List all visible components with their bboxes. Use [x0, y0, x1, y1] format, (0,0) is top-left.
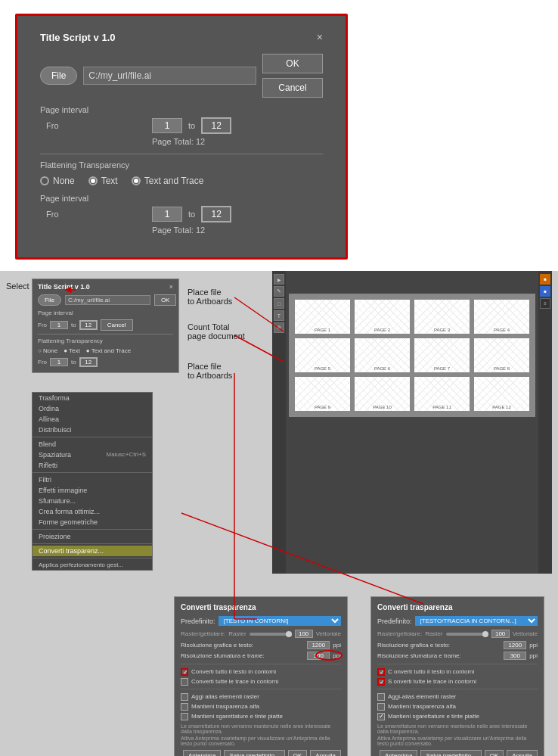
convert2-check4-box[interactable] — [377, 703, 385, 711]
convert1-raster-row: Raster/gettolare: Raster Vettoriale — [181, 630, 341, 638]
menu-sfumature[interactable]: Sfumature... — [33, 496, 152, 506]
color-swatch-blue[interactable]: ■ — [540, 286, 550, 297]
dialog-title: Title Script v 1.0 — [40, 32, 115, 43]
convert2-save-btn[interactable]: Salva predefinito... — [420, 750, 481, 756]
small-divider — [38, 334, 173, 334]
small-file-btn[interactable]: File — [38, 294, 61, 306]
from2-label: Fro — [40, 210, 146, 219]
convert1-check5-label: Mantieni sgarettature e tinte piatte — [191, 713, 283, 720]
to-input[interactable] — [201, 117, 231, 134]
menu-forme[interactable]: Forme geometriche — [33, 517, 152, 527]
convert2-vector-label: Vettoriale — [513, 630, 538, 637]
small-radio-text-trace[interactable]: ● Text and Trace — [86, 347, 131, 354]
convert2-check4-label: Mantieni trasparenza alfa — [388, 703, 456, 710]
convert1-preset-select[interactable]: [TESTO IN CONTORNI] — [219, 616, 341, 626]
convert1-check1-box[interactable] — [181, 668, 188, 676]
small-dialog-close[interactable]: × — [169, 283, 173, 291]
convert1-slider-track[interactable] — [250, 633, 292, 636]
small-from2-input[interactable] — [50, 358, 68, 366]
tool-rect[interactable]: □ — [274, 298, 284, 309]
small-radio-text[interactable]: ● Text — [64, 347, 80, 354]
radio-none[interactable]: None — [40, 176, 75, 186]
convert2-check5-box[interactable] — [377, 713, 385, 720]
tool-select[interactable]: ▶ — [274, 274, 284, 285]
convert2-res2-input[interactable] — [504, 652, 526, 660]
convert1-preset-label: Predefinito: — [181, 618, 215, 625]
ok-cancel-buttons: OK Cancel — [262, 54, 323, 98]
small-range2-row: Fro to — [38, 357, 173, 367]
convert1-res-unit: ppi — [333, 642, 341, 649]
convert1-preview-btn[interactable]: Anteprima — [183, 750, 221, 756]
small-ok-btn[interactable]: OK — [154, 294, 177, 306]
from-input[interactable] — [152, 118, 182, 133]
file-path-input[interactable] — [83, 67, 256, 85]
cancel-button[interactable]: Cancel — [262, 78, 323, 98]
convert2-res1-row: Risoluzione grafica e testo: ppi — [377, 641, 538, 649]
small-to2-input[interactable] — [79, 357, 98, 367]
panel-btn1[interactable]: ≡ — [540, 298, 550, 309]
menu-proiezione[interactable]: Proiezione — [33, 531, 152, 542]
file-button[interactable]: File — [40, 67, 77, 85]
convert2-slider-track[interactable] — [446, 633, 488, 636]
convert2-res-label: Risoluzione grafica e testo: — [377, 642, 501, 649]
tool-pen[interactable]: ✎ — [274, 286, 284, 297]
menu-trasforma[interactable]: Trasforma — [33, 393, 152, 403]
convert2-preset-select[interactable]: [TESTO/TRACCIA IN CONTORN...] — [415, 616, 538, 626]
convert2-check3-box[interactable] — [377, 693, 385, 701]
menu-allinea[interactable]: Allinea — [33, 414, 152, 425]
convert2-check1-box[interactable] — [377, 668, 385, 676]
convert2-cancel-btn[interactable]: Annulla — [507, 750, 538, 756]
tool-type[interactable]: T — [274, 310, 284, 321]
convert1-check2-box[interactable] — [181, 678, 188, 686]
radio-text-trace[interactable]: Text and Trace — [132, 176, 204, 186]
small-radio-row: ○ None ● Text ● Text and Trace — [38, 347, 173, 354]
flattening-radio-row: None Text Text and Trace — [40, 176, 323, 186]
convert2-preview-btn[interactable]: Anteprima — [380, 750, 417, 756]
convert1-ok-btn[interactable]: OK — [288, 750, 308, 756]
convert1-check4-box[interactable] — [181, 703, 188, 711]
ok-button[interactable]: OK — [262, 54, 323, 73]
small-file-path[interactable] — [65, 295, 150, 305]
convert1-res2-input[interactable] — [307, 652, 330, 660]
small-dialog-file-row: File OK — [38, 294, 173, 306]
convert2-check2-box[interactable] — [377, 678, 385, 686]
convert2-slider-value[interactable] — [491, 630, 510, 638]
convert1-cancel-btn[interactable]: Annulla — [310, 750, 341, 756]
menu-blend[interactable]: Blend — [33, 439, 152, 450]
small-to2-label: to — [71, 359, 76, 366]
menu-converti[interactable]: Converti trasparenz... — [33, 546, 152, 556]
small-radio-none[interactable]: ○ None — [38, 347, 57, 354]
page-grid: PAGE 1PAGE 2PAGE 3PAGE 4PAGE 5PAGE 6PAGE… — [289, 294, 535, 417]
convert1-res-input[interactable] — [307, 641, 330, 649]
from2-input[interactable] — [152, 207, 182, 222]
small-cancel-btn[interactable]: Cancel — [101, 319, 133, 331]
convert1-divider2 — [181, 689, 341, 689]
convert1-check3-box[interactable] — [181, 693, 188, 701]
menu-applica[interactable]: Applica perfezionamento gest... — [33, 560, 152, 570]
convert1-divider — [181, 664, 341, 664]
menu-rifletti[interactable]: Rifletti — [33, 460, 152, 471]
tool-zoom[interactable]: ⊕ — [274, 322, 284, 333]
convert2-btn-row: Anteprima Salva predefinito... OK Annull… — [377, 750, 538, 756]
convert2-check2-label: S onverti tutte le trace in contorni — [388, 678, 476, 685]
menu-distribuisci[interactable]: Distribuisci — [33, 425, 152, 435]
to2-input[interactable] — [201, 206, 231, 222]
menu-crea-forma[interactable]: Crea forma ottimiz... — [33, 506, 152, 517]
menu-spaziatura[interactable]: SpaziaturaMaiusc+Ctrl+S — [33, 450, 152, 460]
convert1-save-btn[interactable]: Salva predefinito... — [224, 750, 284, 756]
convert1-check1-label: Converti tutto il testo in contorni — [191, 668, 276, 675]
small-to-input[interactable] — [79, 320, 98, 330]
menu-ordina[interactable]: Ordina — [33, 403, 152, 414]
convert1-slider-value[interactable] — [295, 630, 313, 638]
convert1-check5-box[interactable] — [181, 713, 188, 720]
convert2-ok-btn[interactable]: OK — [485, 750, 504, 756]
convert2-res-input[interactable] — [504, 641, 526, 649]
radio-text[interactable]: Text — [88, 176, 118, 186]
section-divider — [40, 154, 323, 154]
color-swatch-orange[interactable]: ■ — [540, 274, 550, 285]
convert2-res2-label: Risoluzione sfumatura e trame: — [377, 652, 501, 659]
menu-filtri[interactable]: Filtri — [33, 474, 152, 485]
close-button[interactable]: × — [317, 31, 323, 43]
menu-effetti[interactable]: Effetti immagine — [33, 485, 152, 496]
small-from-input[interactable] — [50, 321, 68, 329]
